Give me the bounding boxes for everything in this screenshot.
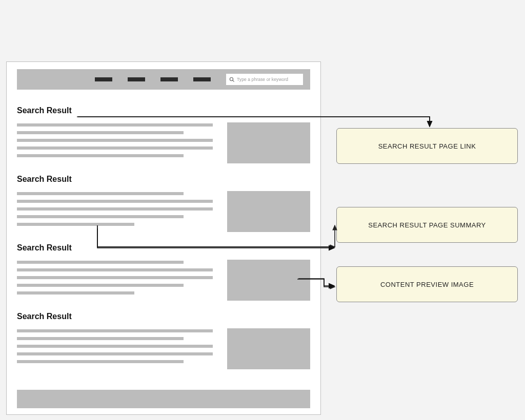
result-title-link[interactable]: Search Result <box>17 175 310 184</box>
content-preview-image[interactable] <box>227 260 310 301</box>
content-preview-image[interactable] <box>227 191 310 232</box>
result-summary <box>17 191 213 226</box>
results-area: Search Result Search Result Search Resul… <box>17 90 310 369</box>
nav-item[interactable] <box>160 77 178 81</box>
wireframe-panel: Type a phrase or keyword Search Result S… <box>6 61 321 415</box>
nav-item[interactable] <box>128 77 145 81</box>
result-title-link[interactable]: Search Result <box>17 243 310 253</box>
content-preview-image[interactable] <box>227 122 310 163</box>
search-placeholder: Type a phrase or keyword <box>237 77 288 82</box>
nav-item[interactable] <box>95 77 112 81</box>
nav-item[interactable] <box>193 77 211 81</box>
footer-bar <box>17 390 310 408</box>
result-summary <box>17 260 213 295</box>
nav-bar: Type a phrase or keyword <box>17 69 310 90</box>
search-icon <box>229 77 235 82</box>
callout-page-link: SEARCH RESULT PAGE LINK <box>336 128 518 164</box>
result-summary <box>17 122 213 157</box>
callout-preview-image: CONTENT PREVIEW IMAGE <box>336 266 518 302</box>
svg-line-1 <box>233 80 234 81</box>
result-title-link[interactable]: Search Result <box>17 106 310 115</box>
search-result-item: Search Result <box>17 243 310 301</box>
content-preview-image[interactable] <box>227 328 310 369</box>
result-title-link[interactable]: Search Result <box>17 312 310 321</box>
result-summary <box>17 328 213 363</box>
search-input[interactable]: Type a phrase or keyword <box>226 74 303 85</box>
svg-point-0 <box>230 77 233 80</box>
search-result-item: Search Result <box>17 106 310 163</box>
search-result-item: Search Result <box>17 312 310 369</box>
search-result-item: Search Result <box>17 175 310 232</box>
callout-page-summary: SEARCH RESULT PAGE SUMMARY <box>336 207 518 243</box>
